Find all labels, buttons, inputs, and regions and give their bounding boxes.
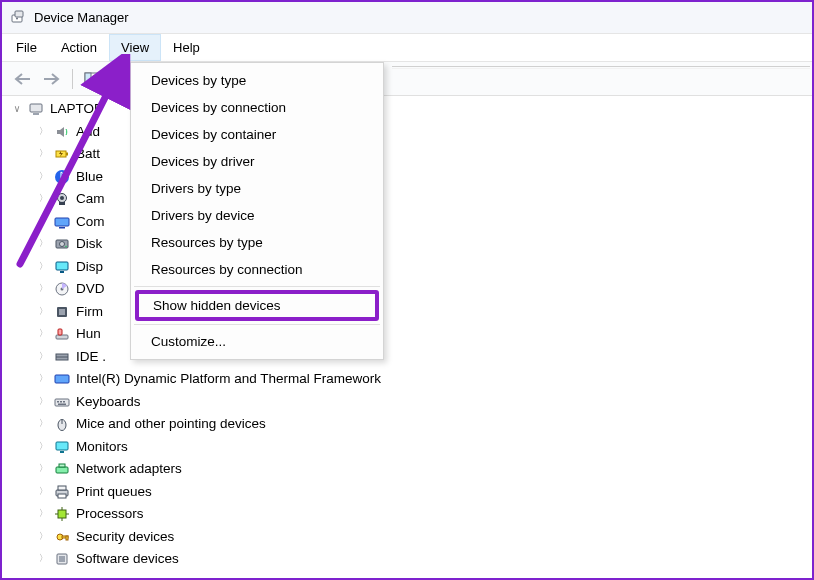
tree-item[interactable]: Keyboards	[10, 391, 812, 414]
hum-icon	[54, 326, 70, 342]
menu-resources-by-type[interactable]: Resources by type	[133, 229, 381, 256]
expand-icon[interactable]	[38, 166, 48, 189]
audio-icon	[54, 124, 70, 140]
expand-icon[interactable]	[12, 98, 22, 121]
expand-icon[interactable]	[38, 548, 48, 571]
mon-icon	[54, 439, 70, 455]
ide-icon	[54, 349, 70, 365]
menu-devices-by-container[interactable]: Devices by container	[133, 121, 381, 148]
expand-icon[interactable]	[38, 211, 48, 234]
svg-rect-46	[58, 486, 66, 490]
tree-item[interactable]: Intel(R) Dynamic Platform and Thermal Fr…	[10, 368, 812, 391]
batt-icon	[54, 146, 70, 162]
expand-icon[interactable]	[38, 121, 48, 144]
com-icon	[54, 214, 70, 230]
print-icon	[54, 484, 70, 500]
svg-rect-28	[59, 309, 65, 315]
soft-icon	[54, 551, 70, 567]
tree-item-label: Keyboards	[76, 391, 141, 414]
tree-item-label: Network adapters	[76, 458, 182, 481]
menu-file[interactable]: File	[4, 34, 49, 61]
expand-icon[interactable]	[38, 368, 48, 391]
tree-item-label: Processors	[76, 503, 144, 526]
tree-item-label: Software devices	[76, 548, 179, 571]
expand-icon[interactable]	[38, 503, 48, 526]
sec-icon	[54, 529, 70, 545]
expand-icon[interactable]	[38, 481, 48, 504]
menu-view[interactable]: View	[109, 34, 161, 61]
svg-rect-36	[60, 401, 62, 403]
tree-item[interactable]: Network adapters	[10, 458, 812, 481]
menu-resources-by-connection[interactable]: Resources by connection	[133, 256, 381, 283]
menu-action[interactable]: Action	[49, 34, 109, 61]
proc-icon	[54, 506, 70, 522]
expand-icon[interactable]	[38, 143, 48, 166]
intel-icon	[54, 371, 70, 387]
toolbar: ?	[2, 62, 812, 96]
tree-item-label: Cam	[76, 188, 105, 211]
expand-icon[interactable]	[38, 436, 48, 459]
expand-icon[interactable]	[38, 256, 48, 279]
expand-icon[interactable]	[38, 391, 48, 414]
disp-icon	[54, 259, 70, 275]
svg-rect-10	[30, 104, 42, 112]
expand-icon[interactable]	[38, 323, 48, 346]
tree-item-label: Mice and other pointing devices	[76, 413, 266, 436]
svg-rect-18	[55, 218, 69, 226]
tree-item[interactable]: Security devices	[10, 526, 812, 549]
tree-item-label: Com	[76, 211, 105, 234]
menu-help[interactable]: Help	[161, 34, 212, 61]
toolbar-separator	[72, 69, 73, 89]
tree-item-label: Disp	[76, 256, 103, 279]
device-tree: LAPTOP Aud Batt Blue Cam Com Disk Disp D…	[2, 96, 812, 578]
tree-item[interactable]: Monitors	[10, 436, 812, 459]
tree-item[interactable]: Mice and other pointing devices	[10, 413, 812, 436]
tree-item-label: Batt	[76, 143, 100, 166]
expand-icon[interactable]	[38, 188, 48, 211]
expand-icon[interactable]	[38, 301, 48, 324]
tree-item[interactable]: Software devices	[10, 548, 812, 571]
tree-item-label: Disk	[76, 233, 102, 256]
svg-rect-30	[58, 329, 62, 335]
menu-drivers-by-type[interactable]: Drivers by type	[133, 175, 381, 202]
show-hide-tree-button[interactable]	[79, 66, 107, 92]
window-title: Device Manager	[34, 10, 129, 25]
forward-button[interactable]	[38, 66, 66, 92]
back-button[interactable]	[8, 66, 36, 92]
menu-devices-by-driver[interactable]: Devices by driver	[133, 148, 381, 175]
tree-item[interactable]: Print queues	[10, 481, 812, 504]
menu-devices-by-connection[interactable]: Devices by connection	[133, 94, 381, 121]
menu-drivers-by-device[interactable]: Drivers by device	[133, 202, 381, 229]
expand-icon[interactable]	[38, 413, 48, 436]
expand-icon[interactable]	[38, 233, 48, 256]
menu-devices-by-type[interactable]: Devices by type	[133, 67, 381, 94]
svg-rect-35	[57, 401, 59, 403]
svg-point-22	[65, 246, 67, 248]
menu-separator	[134, 324, 380, 325]
svg-rect-19	[59, 227, 65, 229]
menu-separator	[134, 286, 380, 287]
firm-icon	[54, 304, 70, 320]
svg-rect-37	[63, 401, 65, 403]
tree-item-label: Security devices	[76, 526, 174, 549]
expand-icon[interactable]	[38, 346, 48, 369]
menu-show-hidden-devices[interactable]: Show hidden devices	[135, 290, 379, 321]
menu-customize[interactable]: Customize...	[133, 328, 381, 355]
expand-icon[interactable]	[38, 526, 48, 549]
tree-item-label: DVD	[76, 278, 105, 301]
net-icon	[54, 461, 70, 477]
svg-rect-4	[85, 73, 91, 85]
computer-icon	[28, 101, 44, 117]
svg-rect-17	[59, 202, 65, 205]
expand-icon[interactable]	[38, 458, 48, 481]
menu-bar: File Action View Help	[2, 34, 812, 62]
expand-icon[interactable]	[38, 278, 48, 301]
tree-item[interactable]: Processors	[10, 503, 812, 526]
mouse-icon	[54, 416, 70, 432]
cam-icon	[54, 191, 70, 207]
tree-item-label: Monitors	[76, 436, 128, 459]
svg-rect-38	[58, 403, 66, 405]
tree-item-label: Blue	[76, 166, 103, 189]
svg-rect-48	[58, 510, 66, 518]
svg-rect-23	[56, 262, 68, 270]
